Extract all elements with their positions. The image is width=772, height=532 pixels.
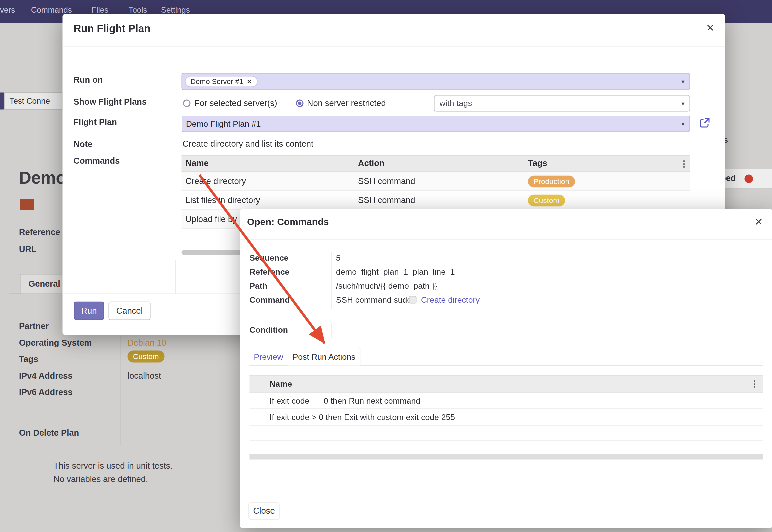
reference-value: demo_flight_plan_1_plan_line_1 [336, 267, 455, 277]
server-chip-label: Demo Server #1 [191, 78, 243, 86]
field-divider-line [120, 320, 121, 445]
column-options-icon[interactable]: ⋮ [746, 379, 763, 389]
reference-label: Reference [250, 267, 290, 277]
chevron-down-icon: ▾ [681, 120, 684, 127]
nav-item-servers[interactable]: vers [0, 0, 15, 20]
server-chip[interactable]: Demo Server #1 ✕ [185, 76, 257, 87]
close-icon[interactable]: × [706, 21, 714, 34]
header-action[interactable]: Action [354, 159, 524, 169]
tab-preview[interactable]: Preview [250, 348, 288, 366]
row-name: List files in directory [182, 195, 354, 205]
external-link-icon[interactable] [699, 117, 711, 129]
tags-filter-value: with tags [440, 99, 472, 108]
unit-test-note: This server is used in unit tests. [54, 461, 173, 471]
empty-row [250, 426, 763, 441]
cancel-button[interactable]: Cancel [109, 302, 151, 320]
sequence-value: 5 [336, 253, 341, 263]
flight-plan-select[interactable]: Demo Flight Plan #1 ▾ [182, 116, 690, 132]
table-header: Name ⋮ [250, 375, 763, 393]
no-variables-note: No variables are defined. [54, 475, 148, 485]
path-value: /such/much/{{ demo_path }} [336, 281, 437, 291]
row-name: Create directory [182, 176, 354, 186]
table-row[interactable]: If exit code == 0 then Run next command [250, 393, 763, 409]
status-dot-icon [745, 175, 753, 183]
field-divider-line [332, 252, 332, 309]
row-action: SSH command [354, 195, 524, 205]
test-connection-button[interactable]: Test Conne [4, 93, 63, 110]
table-footer-strip [250, 454, 763, 460]
field-divider-line [332, 323, 332, 338]
note-value: Create directory and list its content [183, 139, 314, 149]
section-border [176, 260, 176, 294]
url-label: URL [19, 245, 36, 255]
server-title: Demo [19, 168, 66, 188]
show-flight-plans-label: Show Flight Plans [74, 97, 147, 107]
row-name: If exit code == 0 then Run next command [270, 396, 746, 405]
radio-non-restricted-label: Non server restricted [307, 99, 386, 109]
radio-selected-servers[interactable] [183, 100, 191, 107]
ipv4-value: localhost [128, 371, 161, 381]
chevron-down-icon: ▾ [681, 78, 684, 85]
header-name[interactable]: Name [182, 159, 354, 169]
run-on-label: Run on [74, 75, 103, 85]
commands-table-header: Name Action Tags ⋮ [182, 155, 690, 172]
row-action: SSH command [354, 176, 524, 186]
screen: vers Commands Files Tools Settings Test … [0, 0, 772, 532]
sequence-label: Sequence [250, 253, 289, 263]
tag-badge: Production [528, 175, 575, 187]
flight-plan-label: Flight Plan [74, 118, 117, 128]
run-on-select[interactable]: Demo Server #1 ✕ ▾ [182, 73, 690, 90]
condition-label: Condition [250, 325, 288, 335]
command-value: SSH command sudo [336, 295, 412, 305]
command-checkbox[interactable] [409, 296, 417, 304]
tags-label: Tags [19, 355, 38, 365]
header-tags[interactable]: Tags [524, 159, 678, 169]
chip-remove-icon[interactable]: ✕ [247, 78, 252, 85]
tab-divider [9, 294, 63, 294]
flight-plan-value: Demo Flight Plan #1 [186, 119, 261, 129]
operating-system-value: Debian 10 [128, 338, 166, 348]
close-icon[interactable]: × [755, 215, 763, 228]
modal-title: Run Flight Plan [74, 23, 151, 35]
post-run-actions-table: Name ⋮ If exit code == 0 then Run next c… [250, 375, 763, 441]
tag-badge: Custom [528, 194, 565, 206]
clipped-button-edge [0, 93, 4, 110]
run-button[interactable]: Run [74, 302, 104, 320]
ipv4-label: IPv4 Address [19, 371, 73, 381]
partner-label: Partner [19, 322, 49, 332]
path-label: Path [250, 281, 268, 291]
radio-non-restricted[interactable] [296, 100, 304, 107]
row-name: If exit code > 0 then Exit with custom e… [270, 412, 746, 422]
note-label: Note [74, 140, 93, 150]
header-divider [240, 239, 772, 240]
ipv6-label: IPv6 Address [19, 388, 73, 398]
table-row[interactable]: If exit code > 0 then Exit with custom e… [250, 409, 763, 426]
commands-label: Commands [74, 156, 120, 166]
command-label: Command [250, 295, 290, 305]
close-button[interactable]: Close [249, 503, 280, 520]
tags-filter-select[interactable]: with tags ▾ [434, 95, 690, 112]
header-divider [63, 46, 725, 47]
tab-general[interactable]: General [20, 274, 69, 294]
table-row[interactable]: List files in directory SSH command Cust… [182, 191, 690, 210]
operating-system-label: Operating System [19, 338, 92, 348]
tab-post-run-actions[interactable]: Post Run Actions [288, 348, 361, 366]
table-row[interactable]: Create directory SSH command Production [182, 172, 690, 191]
radio-selected-servers-label: For selected server(s) [195, 99, 277, 109]
chevron-down-icon: ▾ [681, 100, 684, 107]
open-commands-modal: Open: Commands × Sequence 5 Reference de… [240, 209, 772, 528]
reference-label: Reference [19, 228, 60, 238]
create-directory-link[interactable]: Create directory [421, 295, 480, 305]
on-delete-plan-label: On Delete Plan [19, 428, 79, 438]
column-options-icon[interactable]: ⋮ [678, 158, 690, 169]
server-color-swatch[interactable] [20, 199, 34, 210]
modal-title: Open: Commands [247, 217, 329, 228]
header-name[interactable]: Name [270, 379, 746, 389]
server-tag-badge: Custom [128, 351, 165, 363]
